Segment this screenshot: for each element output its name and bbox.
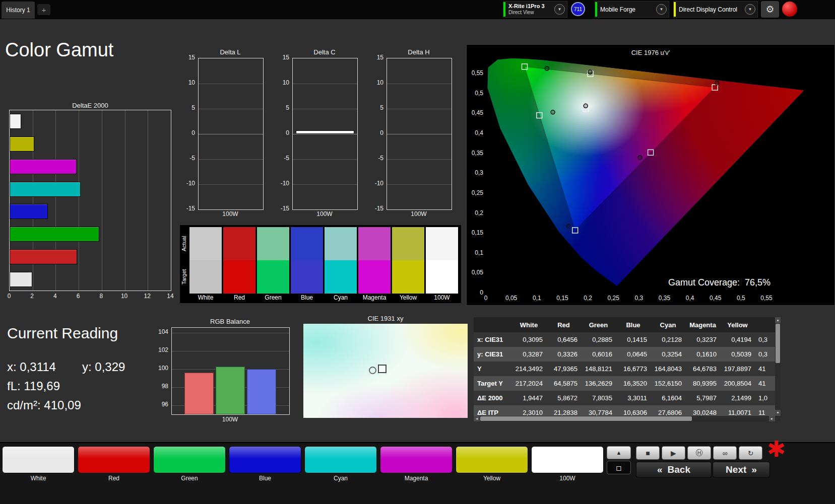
- scroll-right-button[interactable]: ►: [769, 416, 775, 421]
- meter-accent: [503, 2, 505, 17]
- meter-selector[interactable]: X-Rite i1Pro 3 Direct View ▼: [503, 1, 567, 18]
- current-reading-title: Current Reading: [7, 325, 118, 342]
- vertical-scroll-thumb[interactable]: [776, 324, 780, 363]
- deltaH-ytick-label: 10: [377, 79, 383, 86]
- deltaC-ytick-label: -10: [281, 180, 289, 187]
- scroll-down-button[interactable]: ▼: [775, 410, 781, 416]
- measured-marker-blue: [566, 224, 570, 228]
- scroll-left-button[interactable]: ◄: [474, 416, 480, 421]
- deltaH-xlabel: 100W: [387, 210, 451, 218]
- color-patch-swatch: [153, 446, 226, 473]
- reading-x-label: x:: [7, 360, 17, 374]
- deltaH-gridline: [387, 84, 452, 84]
- color-patch-magenta[interactable]: Magenta: [380, 446, 453, 482]
- cie1976-xtick-label: 0,15: [553, 295, 571, 302]
- cie1976-ytick-label: 0,05: [472, 269, 483, 276]
- workflow-dropdown-chevron-icon[interactable]: ▼: [745, 4, 755, 15]
- workflow-selector[interactable]: Direct Display Control ▼: [673, 1, 758, 18]
- cie1931-chart: CIE 1931 xy: [303, 315, 468, 418]
- measured-marker-cyan: [551, 110, 555, 114]
- record-button[interactable]: Ⓗ: [687, 446, 711, 460]
- color-patch-100w[interactable]: 100W: [531, 446, 604, 482]
- results-table: WhiteRedGreenBlueCyanMagentaYellowx: CIE…: [474, 317, 775, 416]
- red-status-button[interactable]: [782, 2, 797, 17]
- table-cell: 6,1604: [651, 391, 685, 405]
- source-dropdown-chevron-icon[interactable]: ▼: [656, 4, 667, 15]
- table-cell: 41: [755, 362, 775, 376]
- play-button[interactable]: ▶: [662, 446, 685, 460]
- color-patch-swatch: [456, 446, 528, 473]
- pattern-window-button[interactable]: ◻: [607, 461, 631, 474]
- swatch-target-red: [223, 260, 255, 294]
- table-cell: 0,1610: [685, 347, 720, 362]
- add-tab-button[interactable]: +: [37, 4, 50, 15]
- color-patch-label: Yellow: [456, 475, 528, 482]
- table-cell: 0,0645: [616, 347, 651, 362]
- scroll-up-button[interactable]: ▲: [775, 317, 781, 323]
- table-col-header-magenta: Magenta: [685, 317, 720, 332]
- color-patch-red[interactable]: Red: [78, 446, 150, 482]
- swatch-actual-red: [223, 227, 255, 260]
- cie1976-xtick-label: 0,1: [528, 295, 546, 302]
- table-vertical-scrollbar[interactable]: ▲ ▼: [775, 317, 781, 416]
- rgb-bar-blue: [247, 369, 276, 414]
- pattern-up-button[interactable]: ▲: [607, 446, 631, 459]
- table-cell: 0,3254: [651, 347, 685, 362]
- deltae-xtick-label: 2: [27, 293, 37, 300]
- deltae-xtick-label: 14: [165, 293, 175, 300]
- cie1976-diagram: [486, 56, 834, 293]
- horizontal-scroll-thumb[interactable]: [480, 416, 692, 421]
- table-cell: 214,3492: [511, 362, 546, 376]
- deltae-xtick-label: 12: [142, 293, 152, 300]
- deltaC-ytick-label: 0: [286, 129, 289, 136]
- table-cell: 164,8043: [651, 362, 685, 376]
- cie1976-ytick-label: 0,35: [472, 150, 483, 157]
- color-patch-white[interactable]: White: [2, 446, 75, 482]
- cie1976-yaxis: 00,050,10,150,20,250,30,350,40,450,50,55: [467, 56, 484, 293]
- color-patch-label: Red: [78, 475, 150, 482]
- rgb-balance-xlabel: 100W: [171, 416, 289, 423]
- deltaL-gridline: [199, 84, 263, 84]
- refresh-button[interactable]: ↻: [739, 446, 762, 460]
- table-col-header-green: Green: [581, 317, 616, 332]
- color-patch-cyan[interactable]: Cyan: [304, 446, 377, 482]
- table-col-header-blue: Blue: [616, 317, 651, 332]
- top-bar: History 1 + X-Rite i1Pro 3 Direct View ▼…: [0, 0, 835, 19]
- settings-gear-button[interactable]: ⚙: [761, 1, 779, 18]
- swatch-column-magenta: Magenta: [358, 227, 391, 302]
- link-button[interactable]: ∞: [713, 446, 737, 460]
- swatch-target-100w: [426, 260, 458, 294]
- deltaC-ytick-label: -5: [284, 155, 289, 162]
- next-button[interactable]: Next »: [713, 462, 770, 478]
- history-tab[interactable]: History 1: [2, 2, 35, 19]
- rgb-bar-green: [216, 367, 245, 414]
- color-patch-yellow[interactable]: Yellow: [456, 446, 528, 482]
- table-cell: 7,8035: [581, 391, 616, 405]
- source-selector[interactable]: Mobile Forge ▼: [595, 1, 669, 18]
- meter-dropdown-chevron-icon[interactable]: ▼: [554, 4, 565, 15]
- measured-marker-yellow: [588, 70, 592, 74]
- color-patch-blue[interactable]: Blue: [229, 446, 301, 482]
- deltae-gridline: [102, 110, 102, 291]
- deltae2000-plot: [9, 110, 171, 291]
- deltaL-gridline: [199, 134, 263, 134]
- deltaL-ytick-label: 10: [188, 79, 195, 86]
- stop-button[interactable]: ■: [636, 446, 660, 460]
- target-row-label: Target: [181, 261, 188, 293]
- cie1931-marker-measured-white: [369, 367, 376, 374]
- color-patch-green[interactable]: Green: [153, 446, 226, 482]
- next-label: Next: [726, 464, 746, 475]
- deltaC-gridline: [293, 109, 357, 109]
- rgb-ytick-label: 96: [162, 401, 168, 408]
- back-button[interactable]: « Back: [636, 462, 712, 478]
- deltaC-plot: [292, 58, 358, 210]
- red-asterisk-button[interactable]: ✱: [767, 438, 786, 460]
- deltae-gridline: [125, 110, 125, 291]
- deltae-bar-blue: [10, 204, 48, 219]
- deltae-bar-100w: [10, 114, 21, 129]
- table-col-header-cyan: Cyan: [651, 317, 685, 332]
- measurement-count-badge: 711: [571, 2, 585, 16]
- rgb-balance-yaxis: 1041021009896: [154, 327, 169, 414]
- deltaH-ytick-label: -10: [375, 180, 383, 187]
- table-horizontal-scrollbar[interactable]: ◄ ►: [474, 416, 775, 421]
